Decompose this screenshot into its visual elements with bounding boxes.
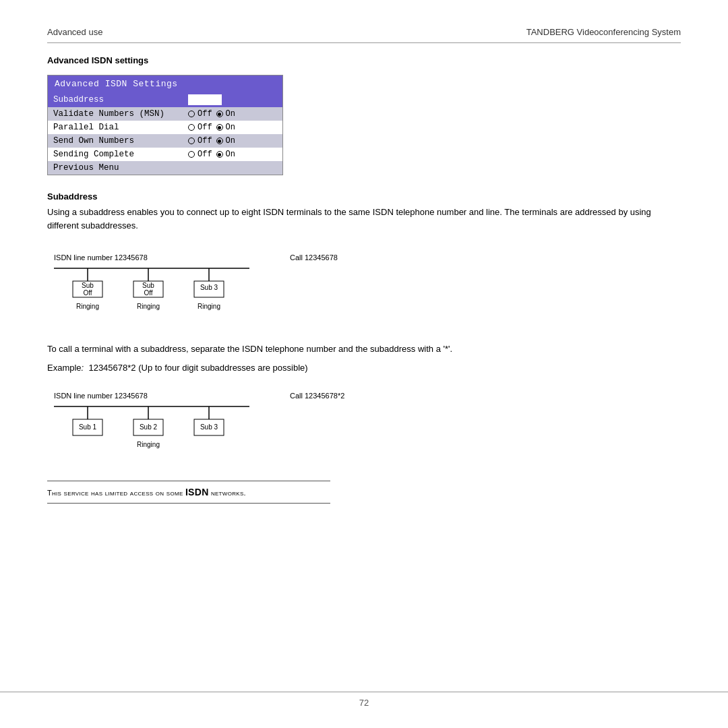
send-own-off-label: Off	[198, 136, 212, 146]
sending-complete-on-radio[interactable]	[216, 151, 223, 158]
svg-text:Sub 3: Sub 3	[200, 284, 218, 291]
svg-text:Off: Off	[144, 289, 152, 297]
svg-text:Sub 3: Sub 3	[200, 423, 218, 431]
svg-text:Ringing: Ringing	[198, 303, 220, 310]
example-value: 12345678*2 (Up to four digit subaddresse…	[88, 363, 307, 373]
menu-row-parallel[interactable]: Parallel Dial Off On	[48, 121, 282, 134]
send-own-off-group[interactable]: Off	[188, 136, 212, 146]
sending-complete-on-group[interactable]: On	[216, 150, 235, 159]
section-title: Advanced ISDN settings	[47, 55, 681, 65]
diagram2: ISDN line number 12345678 Call 12345678*…	[47, 389, 681, 456]
parallel-label: Parallel Dial	[53, 123, 188, 132]
subaddress-label: Subaddress	[53, 95, 188, 104]
svg-text:Sub 1: Sub 1	[79, 423, 97, 431]
svg-text:Ringing: Ringing	[137, 303, 160, 310]
notice-box: This service has limited access on some …	[47, 481, 330, 504]
send-own-off-radio[interactable]	[188, 138, 195, 144]
isdn-menu: Advanced ISDN Settings Subaddress Valida…	[47, 75, 283, 175]
diagram2-svg: ISDN line number 12345678 Call 12345678*…	[47, 389, 371, 456]
header-bar: Advanced use TANDBERG Videoconferencing …	[47, 27, 681, 43]
previous-menu-label: Previous Menu	[53, 163, 188, 173]
svg-text:Ringing: Ringing	[137, 441, 160, 448]
diagram1: ISDN line number 12345678 Call 12345678 …	[47, 251, 681, 318]
menu-row-subaddress[interactable]: Subaddress	[48, 92, 282, 107]
page-number: 72	[359, 698, 369, 708]
parallel-on-label: On	[226, 123, 235, 132]
sending-complete-off-label: Off	[198, 150, 212, 159]
validate-on-group[interactable]: On	[216, 109, 235, 119]
subaddress-paragraph: To call a terminal with a subaddress, se…	[47, 342, 681, 356]
parallel-on-radio[interactable]	[216, 124, 223, 131]
send-own-on-label: On	[226, 136, 235, 146]
subaddress-heading: Subaddress	[47, 191, 681, 202]
validate-controls: Off On	[188, 109, 235, 119]
diagram1-svg: ISDN line number 12345678 Call 12345678 …	[47, 251, 371, 318]
validate-off-label: Off	[198, 109, 212, 119]
menu-row-send-own[interactable]: Send Own Numbers Off On	[48, 134, 282, 148]
notice-text: This service has limited access on some …	[47, 489, 246, 497]
send-own-label: Send Own Numbers	[53, 136, 188, 146]
parallel-off-radio[interactable]	[188, 124, 195, 131]
sending-complete-controls: Off On	[188, 150, 235, 159]
svg-text:Sub 2: Sub 2	[140, 423, 158, 431]
header-right: TANDBERG Videoconferencing System	[526, 27, 681, 37]
send-own-controls: Off On	[188, 136, 235, 146]
diagram1-line-label: ISDN line number 12345678	[54, 253, 148, 262]
example-label: Example	[47, 363, 82, 373]
validate-off-group[interactable]: Off	[188, 109, 212, 119]
validate-off-radio[interactable]	[188, 111, 195, 117]
validate-on-radio[interactable]	[216, 111, 223, 117]
diagram2-line-label: ISDN line number 12345678	[54, 392, 148, 400]
sending-complete-label: Sending Complete	[53, 150, 188, 159]
isdn-menu-title: Advanced ISDN Settings	[48, 75, 282, 92]
header-left: Advanced use	[47, 27, 102, 37]
svg-text:Sub: Sub	[142, 282, 154, 289]
parallel-on-group[interactable]: On	[216, 123, 235, 132]
svg-text:Off: Off	[83, 289, 92, 297]
page: Advanced use TANDBERG Videoconferencing …	[0, 0, 728, 728]
footer-bar: 72	[0, 692, 728, 708]
diagram1-call-label: Call 12345678	[290, 253, 338, 262]
svg-text:Sub: Sub	[82, 282, 94, 289]
subaddress-description: Using a subaddress enables you to connec…	[47, 206, 681, 232]
validate-label: Validate Numbers (MSN)	[53, 109, 188, 119]
sending-complete-on-label: On	[226, 150, 235, 159]
diagram2-call-label: Call 12345678*2	[290, 392, 344, 400]
subaddress-input[interactable]	[188, 94, 222, 105]
menu-row-validate[interactable]: Validate Numbers (MSN) Off On	[48, 107, 282, 121]
menu-row-sending-complete[interactable]: Sending Complete Off On	[48, 148, 282, 161]
send-own-on-radio[interactable]	[216, 138, 223, 144]
svg-text:Ringing: Ringing	[76, 303, 99, 310]
sending-complete-off-radio[interactable]	[188, 151, 195, 158]
menu-row-previous-menu[interactable]: Previous Menu	[48, 161, 282, 175]
subaddress-controls[interactable]	[188, 94, 222, 105]
send-own-on-group[interactable]: On	[216, 136, 235, 146]
parallel-controls: Off On	[188, 123, 235, 132]
parallel-off-group[interactable]: Off	[188, 123, 212, 132]
parallel-off-label: Off	[198, 123, 212, 132]
validate-on-label: On	[226, 109, 235, 119]
sending-complete-off-group[interactable]: Off	[188, 150, 212, 159]
example-line: Example: 12345678*2 (Up to four digit su…	[47, 363, 681, 373]
